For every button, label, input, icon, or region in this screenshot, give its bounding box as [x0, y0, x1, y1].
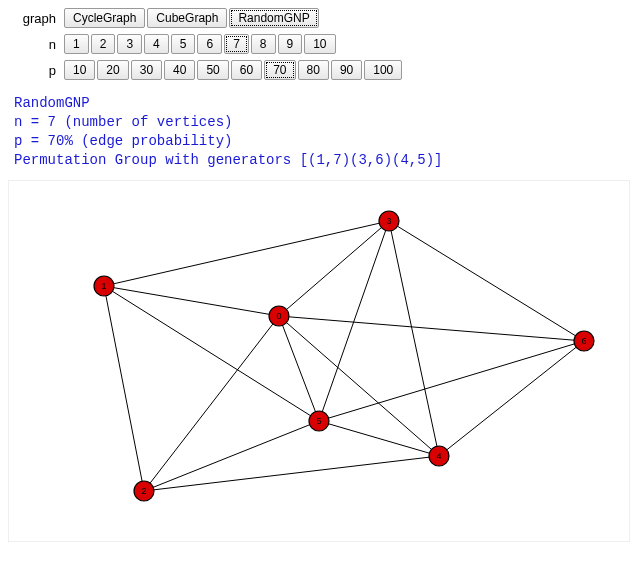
- n-row: n 12345678910: [8, 34, 633, 54]
- graph-row: graph CycleGraphCubeGraphRandomGNP: [8, 8, 633, 28]
- edge-0-2: [144, 316, 279, 491]
- node-0: 0: [269, 306, 289, 326]
- node-label-0: 0: [276, 311, 281, 321]
- edge-0-4: [279, 316, 439, 456]
- output-line-3: p = 70% (edge probability): [14, 133, 232, 149]
- p-option-80[interactable]: 80: [298, 60, 329, 80]
- node-6: 6: [574, 331, 594, 351]
- graph-option-cyclegraph[interactable]: CycleGraph: [64, 8, 145, 28]
- p-label: p: [8, 63, 64, 78]
- output-text: RandomGNP n = 7 (number of vertices) p =…: [14, 94, 633, 170]
- n-option-4[interactable]: 4: [144, 34, 169, 54]
- n-option-6[interactable]: 6: [197, 34, 222, 54]
- edge-1-3: [104, 221, 389, 286]
- node-3: 3: [379, 211, 399, 231]
- node-4: 4: [429, 446, 449, 466]
- edge-1-5: [104, 286, 319, 421]
- graph-label: graph: [8, 11, 64, 26]
- node-5: 5: [309, 411, 329, 431]
- p-option-70[interactable]: 70: [264, 60, 295, 80]
- node-label-6: 6: [581, 336, 586, 346]
- edge-0-1: [104, 286, 279, 316]
- node-label-3: 3: [386, 216, 391, 226]
- p-option-10[interactable]: 10: [64, 60, 95, 80]
- n-label: n: [8, 37, 64, 52]
- graph-option-randomgnp[interactable]: RandomGNP: [229, 8, 318, 28]
- n-option-10[interactable]: 10: [304, 34, 335, 54]
- output-line-2: n = 7 (number of vertices): [14, 114, 232, 130]
- p-options: 102030405060708090100: [64, 60, 404, 80]
- p-option-20[interactable]: 20: [97, 60, 128, 80]
- n-option-8[interactable]: 8: [251, 34, 276, 54]
- edge-4-6: [439, 341, 584, 456]
- p-option-100[interactable]: 100: [364, 60, 402, 80]
- n-option-1[interactable]: 1: [64, 34, 89, 54]
- p-option-50[interactable]: 50: [197, 60, 228, 80]
- output-line-1: RandomGNP: [14, 95, 90, 111]
- n-option-2[interactable]: 2: [91, 34, 116, 54]
- edge-1-2: [104, 286, 144, 491]
- p-option-40[interactable]: 40: [164, 60, 195, 80]
- n-option-9[interactable]: 9: [278, 34, 303, 54]
- output-line-4: Permutation Group with generators [(1,7)…: [14, 152, 442, 168]
- graph-plot: 0123456: [8, 180, 630, 542]
- n-option-3[interactable]: 3: [117, 34, 142, 54]
- graph-options: CycleGraphCubeGraphRandomGNP: [64, 8, 321, 28]
- p-option-90[interactable]: 90: [331, 60, 362, 80]
- node-2: 2: [134, 481, 154, 501]
- graph-option-cubegraph[interactable]: CubeGraph: [147, 8, 227, 28]
- edge-4-5: [319, 421, 439, 456]
- edge-0-6: [279, 316, 584, 341]
- n-option-7[interactable]: 7: [224, 34, 249, 54]
- n-options: 12345678910: [64, 34, 338, 54]
- node-label-1: 1: [101, 281, 106, 291]
- node-label-4: 4: [436, 451, 441, 461]
- node-1: 1: [94, 276, 114, 296]
- p-option-30[interactable]: 30: [131, 60, 162, 80]
- node-label-5: 5: [316, 416, 321, 426]
- edge-5-6: [319, 341, 584, 421]
- edge-3-6: [389, 221, 584, 341]
- node-label-2: 2: [141, 486, 146, 496]
- p-option-60[interactable]: 60: [231, 60, 262, 80]
- edge-3-4: [389, 221, 439, 456]
- n-option-5[interactable]: 5: [171, 34, 196, 54]
- p-row: p 102030405060708090100: [8, 60, 633, 80]
- edge-0-5: [279, 316, 319, 421]
